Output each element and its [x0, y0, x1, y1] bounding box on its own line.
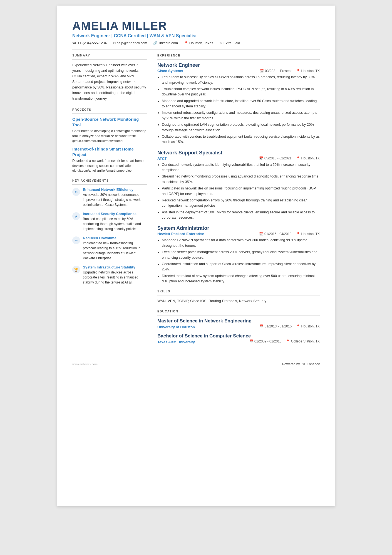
achievements-divider: [72, 184, 147, 185]
achievement-icon-1: ⚙: [72, 188, 80, 196]
job-1-meta: Cisco Systems 📅 03/2021 - Present 📍 Hous…: [157, 69, 320, 73]
location-contact: 📍 Houston, Texas: [184, 41, 213, 45]
footer-bar: www.enhancv.com Powered by ∞ Enhancv: [72, 361, 320, 367]
achievement-desc-2: Boosted compliance rates by 50% conducti…: [83, 216, 147, 231]
job-2: Network Support Specialist AT&T 📅 05/201…: [157, 150, 320, 221]
job-1: Network Engineer Cisco Systems 📅 03/2021…: [157, 62, 320, 145]
projects-divider: [72, 114, 147, 114]
achievement-desc-4: Upgraded network devices across corporat…: [83, 270, 147, 285]
job-3-date-loc: 📅 01/2016 - 04/2018 📍 Houston, TX: [259, 232, 320, 236]
job-1-bullet-4: Implemented robust security configuratio…: [162, 110, 320, 121]
degree-1-loc-item: 📍 Houston, TX: [296, 324, 320, 328]
footer-website: www.enhancv.com: [72, 362, 98, 366]
degree-2-meta: 📅 01/2009 - 01/2013 📍 College Station, T…: [249, 339, 320, 343]
extra-value: Extra Field: [224, 41, 240, 45]
job-1-date: 03/2021 - Present: [265, 69, 291, 73]
summary-label: SUMMARY: [72, 54, 147, 57]
degree-1-location: Houston, TX: [301, 324, 320, 328]
pin-icon-2: 📍: [296, 156, 300, 160]
job-1-date-loc: 📅 03/2021 - Present 📍 Houston, TX: [260, 69, 320, 73]
pin-icon-3: 📍: [296, 232, 300, 236]
header-divider: [72, 50, 320, 50]
job-3-date-item: 📅 01/2016 - 04/2018: [259, 232, 291, 236]
job-1-bullet-5: Designed and optimized LAN segmentation …: [162, 122, 320, 133]
linkedin-value: linkedin.com: [158, 41, 178, 45]
experience-section: EXPERIENCE Network Engineer Cisco System…: [157, 54, 320, 284]
summary-section: SUMMARY Experienced Network Engineer wit…: [72, 54, 147, 101]
degree-2-date: 01/2009 - 01/2013: [254, 339, 281, 343]
skills-text: WAN, VPN, TCP/IP, Cisco IOS, Routing Pro…: [157, 298, 320, 304]
candidate-name: AMELIA MILLER: [72, 19, 320, 32]
job-3-meta: Hewlett Packard Enterprise 📅 01/2016 - 0…: [157, 232, 320, 236]
job-1-location: Houston, TX: [301, 69, 320, 73]
degree-1-school: University of Houston: [157, 325, 195, 329]
job-2-bullet-3: Participated in network design sessions,…: [162, 186, 320, 197]
degree-2-location: College Station, TX: [291, 339, 320, 343]
main-layout: SUMMARY Experienced Network Engineer wit…: [72, 54, 320, 350]
achievement-desc-3: Implemented new troubleshooting protocol…: [83, 241, 147, 261]
education-section: EDUCATION Master of Science in Network E…: [157, 310, 320, 344]
achievement-title-3: Reduced Downtime: [83, 236, 147, 240]
job-3-date: 01/2016 - 04/2018: [264, 232, 291, 236]
project-title-1: Open-Source Network Monitoring Tool: [72, 117, 147, 127]
job-1-date-icon: 📅 03/2021 - Present: [260, 69, 291, 73]
powered-by-text: Powered by: [282, 362, 300, 366]
job-2-bullet-5: Assisted in the deployment of 100+ VPNs …: [162, 210, 320, 221]
degree-2: Bachelor of Science in Computer Science …: [157, 333, 320, 344]
project-link-2: github.com/ameliamiller/smarthomeproject: [72, 169, 147, 172]
calendar-icon-2: 📅: [259, 156, 263, 160]
education-divider: [157, 315, 320, 315]
achievement-item-4: 🏆 System Infrastructure Stability Upgrad…: [72, 265, 147, 285]
job-2-date-item: 📅 05/2018 - 02/2021: [259, 156, 291, 160]
degree-2-school: Texas A&M University: [157, 340, 195, 344]
job-3: System Administrator Hewlett Packard Ent…: [157, 225, 320, 284]
project-link-1: github.com/ameliamiller/networktool: [72, 139, 147, 142]
project-item-1: Open-Source Network Monitoring Tool Cont…: [72, 117, 147, 142]
degree-1-date: 01/2013 - 01/2015: [265, 324, 292, 328]
degree-2-date-item: 📅 01/2009 - 01/2013: [249, 339, 282, 343]
achievement-item-3: ✏ Reduced Downtime Implemented new troub…: [72, 236, 147, 261]
summary-text: Experienced Network Engineer with over 7…: [72, 62, 147, 101]
job-1-bullets: Led a team to successfully deploy SD-WAN…: [162, 75, 320, 145]
project-desc-1: Contributed to developing a lightweight …: [72, 129, 147, 139]
skills-divider: [157, 295, 320, 295]
linkedin-contact: 🔗 linkedin.com: [153, 41, 178, 45]
email-contact: ✉ help@enhancv.com: [113, 41, 147, 45]
experience-label: EXPERIENCE: [157, 54, 320, 57]
location-icon: 📍: [184, 41, 188, 45]
job-3-loc-item: 📍 Houston, TX: [296, 232, 320, 236]
degree-2-loc-item: 📍 College Station, TX: [286, 339, 320, 343]
achievement-icon-4: 🏆: [72, 266, 80, 273]
job-1-bullet-2: Troubleshoot complex network issues incl…: [162, 87, 320, 97]
job-1-loc-item: 📍 Houston, TX: [296, 69, 320, 73]
right-column: EXPERIENCE Network Engineer Cisco System…: [157, 54, 320, 350]
job-3-bullet-3: Coordinated installation and support of …: [162, 262, 320, 272]
achievement-content-2: Increased Security Compliance Boosted co…: [83, 212, 147, 231]
achievements-label: KEY ACHIEVEMENTS: [72, 179, 147, 182]
achievement-content-3: Reduced Downtime Implemented new trouble…: [83, 236, 147, 261]
job-2-company: AT&T: [157, 156, 167, 161]
projects-section: PROJECTS Open-Source Network Monitoring …: [72, 108, 147, 172]
job-3-bullet-2: Executed server patch management across …: [162, 250, 320, 260]
contact-bar: ☎ +1-(234)-555-1234 ✉ help@enhancv.com 🔗…: [72, 41, 320, 45]
experience-divider: [157, 59, 320, 60]
job-2-bullet-2: Streamlined network monitoring processes…: [162, 174, 320, 185]
achievement-title-4: System Infrastructure Stability: [83, 265, 147, 269]
job-1-bullet-3: Managed and upgraded network infrastruct…: [162, 98, 320, 109]
star-icon: ☆: [219, 41, 222, 45]
job-2-bullet-4: Reduced network configuration errors by …: [162, 198, 320, 209]
job-3-title: System Administrator: [157, 225, 320, 231]
job-2-date-loc: 📅 05/2018 - 02/2021 📍 Houston, TX: [259, 156, 320, 160]
phone-contact: ☎ +1-(234)-555-1234: [72, 41, 107, 45]
job-2-title: Network Support Specialist: [157, 150, 320, 156]
achievements-section: KEY ACHIEVEMENTS ⚙ Enhanced Network Effi…: [72, 179, 147, 285]
achievement-icon-3: ✏: [72, 236, 80, 244]
job-3-company: Hewlett Packard Enterprise: [157, 232, 204, 236]
achievement-icon-2: ★: [72, 212, 80, 220]
skills-section: SKILLS WAN, VPN, TCP/IP, Cisco IOS, Rout…: [157, 290, 320, 304]
projects-label: PROJECTS: [72, 108, 147, 111]
summary-divider: [72, 59, 147, 60]
phone-icon: ☎: [72, 41, 76, 45]
job-2-meta: AT&T 📅 05/2018 - 02/2021 📍 Houston, TX: [157, 156, 320, 161]
pin-icon-1: 📍: [296, 69, 300, 73]
